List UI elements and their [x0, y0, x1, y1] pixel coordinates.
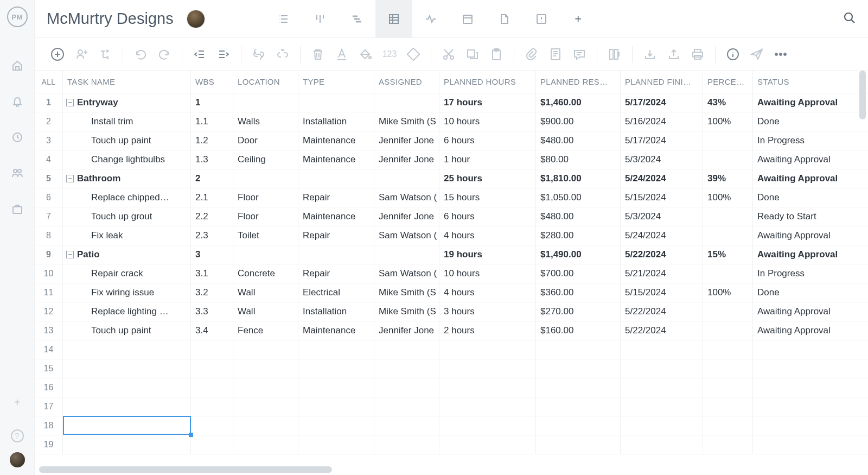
cell-task-name[interactable]: Replace lighting … [63, 302, 191, 321]
cell-finish[interactable] [621, 359, 703, 378]
cell-cost[interactable]: $900.00 [536, 112, 621, 131]
cell-status[interactable] [753, 397, 848, 416]
cell-loc[interactable]: Walls [233, 112, 298, 131]
col-type[interactable]: TYPE [298, 71, 374, 93]
cell-finish[interactable] [621, 435, 703, 454]
row-number[interactable]: 9 [35, 245, 63, 264]
redo-button[interactable] [154, 43, 175, 65]
cell-finish[interactable]: 5/22/2024 [621, 321, 703, 340]
cell-assign[interactable]: Sam Watson ( [374, 188, 439, 207]
cell-assign[interactable] [374, 378, 439, 397]
cell-task-name[interactable]: −Patio [63, 245, 191, 264]
cell-finish[interactable]: 5/21/2024 [621, 264, 703, 283]
dependencies-button[interactable] [94, 43, 116, 65]
cell-task-name[interactable]: Touch up paint [63, 321, 191, 340]
col-location[interactable]: LOCATION [233, 71, 298, 93]
cell-loc[interactable]: Concrete [233, 264, 298, 283]
send-button[interactable] [746, 43, 768, 65]
cell-pct[interactable]: 43% [703, 93, 753, 112]
files-view-tab[interactable] [486, 0, 523, 38]
cell-assign[interactable]: Mike Smith (S [374, 283, 439, 302]
cell-loc[interactable] [233, 245, 298, 264]
home-icon[interactable] [11, 59, 24, 72]
cell-type[interactable] [298, 416, 374, 435]
cell-wbs[interactable]: 2.2 [191, 207, 233, 226]
collapse-toggle[interactable]: − [66, 251, 74, 258]
table-row[interactable]: 6Replace chipped…2.1FloorRepairSam Watso… [35, 188, 868, 207]
cell-wbs[interactable]: 2.1 [191, 188, 233, 207]
col-planned-resource[interactable]: PLANNED RES… [536, 71, 621, 93]
row-number[interactable]: 17 [35, 397, 63, 416]
row-number[interactable]: 8 [35, 226, 63, 245]
cell-type[interactable]: Installation [298, 302, 374, 321]
cell-task-name[interactable]: Install trim [63, 112, 191, 131]
cell-hours[interactable]: 4 hours [439, 226, 536, 245]
cell-wbs[interactable]: 2 [191, 169, 233, 188]
cell-task-name[interactable]: Change lightbulbs [63, 150, 191, 169]
cell-cost[interactable]: $160.00 [536, 321, 621, 340]
paste-button[interactable] [486, 43, 507, 65]
cell-cost[interactable] [536, 359, 621, 378]
cell-type[interactable]: Repair [298, 188, 374, 207]
cell-wbs[interactable]: 1.1 [191, 112, 233, 131]
cell-hours[interactable]: 25 hours [439, 169, 536, 188]
cell-assign[interactable] [374, 245, 439, 264]
unlink-button[interactable] [272, 43, 293, 65]
cell-type[interactable] [298, 397, 374, 416]
cell-assign[interactable]: Mike Smith (S [374, 302, 439, 321]
cell-status[interactable]: Awaiting Approval [753, 321, 848, 340]
cell-loc[interactable]: Floor [233, 188, 298, 207]
notifications-icon[interactable] [11, 95, 24, 108]
cell-finish[interactable]: 5/3/2024 [621, 207, 703, 226]
selection-handle[interactable] [189, 433, 193, 437]
cell-type[interactable]: Installation [298, 112, 374, 131]
cell-wbs[interactable]: 3 [191, 245, 233, 264]
horizontal-scrollbar[interactable] [39, 466, 332, 473]
cell-hours[interactable]: 3 hours [439, 302, 536, 321]
cell-loc[interactable] [233, 359, 298, 378]
cell-wbs[interactable]: 2.3 [191, 226, 233, 245]
cell-loc[interactable] [233, 397, 298, 416]
cell-cost[interactable]: $270.00 [536, 302, 621, 321]
cell-finish[interactable]: 5/17/2024 [621, 93, 703, 112]
cell-task-name[interactable] [63, 359, 191, 378]
outdent-button[interactable] [189, 43, 210, 65]
table-row[interactable]: 3Touch up paint1.2DoorMaintenanceJennife… [35, 131, 868, 150]
cell-wbs[interactable] [191, 378, 233, 397]
attachment-button[interactable] [521, 43, 542, 65]
cell-task-name[interactable]: Replace chipped… [63, 188, 191, 207]
priority-button[interactable] [403, 43, 424, 65]
cell-type[interactable]: Maintenance [298, 131, 374, 150]
cell-loc[interactable]: Wall [233, 302, 298, 321]
cell-wbs[interactable]: 1 [191, 93, 233, 112]
cell-task-name[interactable]: −Bathroom [63, 169, 191, 188]
table-row[interactable]: 9−Patio319 hours$1,490.005/22/202415%Awa… [35, 245, 868, 264]
cell-pct[interactable] [703, 359, 753, 378]
cell-pct[interactable] [703, 150, 753, 169]
fill-color-button[interactable] [355, 43, 376, 65]
table-row[interactable]: 15 [35, 359, 868, 378]
table-row[interactable]: 14 [35, 340, 868, 359]
row-number[interactable]: 11 [35, 283, 63, 302]
cell-hours[interactable] [439, 435, 536, 454]
cell-pct[interactable] [703, 397, 753, 416]
cell-wbs[interactable]: 1.2 [191, 131, 233, 150]
add-task-button[interactable] [47, 43, 68, 65]
table-row[interactable]: 11Fix wiring issue3.2WallElectricalMike … [35, 283, 868, 302]
col-planned-hours[interactable]: PLANNED HOURS [439, 71, 536, 93]
cell-status[interactable]: Awaiting Approval [753, 302, 848, 321]
table-row[interactable]: 4Change lightbulbs1.3CeilingMaintenanceJ… [35, 150, 868, 169]
cell-finish[interactable] [621, 340, 703, 359]
cell-pct[interactable] [703, 264, 753, 283]
activity-view-tab[interactable] [412, 0, 449, 38]
text-color-button[interactable] [331, 43, 353, 65]
col-all[interactable]: ALL [35, 71, 63, 93]
cell-assign[interactable]: Sam Watson ( [374, 264, 439, 283]
delete-button[interactable] [307, 43, 329, 65]
cell-wbs[interactable] [191, 435, 233, 454]
more-button[interactable] [770, 43, 792, 65]
collapse-toggle[interactable]: − [66, 175, 74, 182]
list-view-tab[interactable] [265, 0, 302, 38]
cell-status[interactable]: Awaiting Approval [753, 150, 848, 169]
table-row[interactable]: 10Repair crack3.1ConcreteRepairSam Watso… [35, 264, 868, 283]
